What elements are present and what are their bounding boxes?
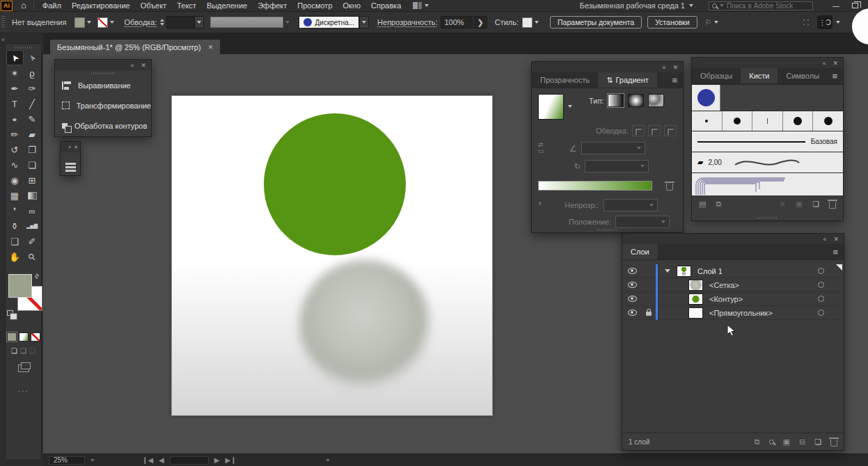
new-brush-icon[interactable]: ❏ [812, 200, 819, 209]
panel-grid-icon[interactable] [802, 18, 810, 26]
tool-blend[interactable]: ∞ [24, 203, 41, 218]
close-panel-icon[interactable]: ✕ [672, 64, 678, 71]
brush-item-dot-large[interactable] [783, 111, 814, 131]
green-circle-shape[interactable] [264, 113, 406, 255]
toolbar-drag-handle[interactable] [15, 47, 33, 49]
select-similar-icon[interactable]: ⚐ [705, 18, 712, 27]
color-button[interactable] [7, 332, 17, 342]
tool-column-graph[interactable]: ▂▅▇ [24, 218, 41, 234]
visibility-eye-icon[interactable] [628, 268, 637, 274]
transform-panel-tab[interactable]: Трансформирование [55, 95, 151, 115]
tool-symbol-sprayer[interactable]: ⚱ [6, 218, 24, 234]
aspect-ratio-dropdown[interactable] [585, 160, 649, 172]
stroke-weight-dropdown[interactable] [194, 16, 204, 29]
tool-ellipse[interactable]: ● [6, 111, 24, 127]
brush-definition-dropdown[interactable]: Дискретна... [299, 16, 360, 29]
draw-inside-icon[interactable]: ❏ [29, 347, 35, 355]
tool-width[interactable]: ∿ [6, 157, 24, 172]
layer-row-rectangle[interactable]: <Прямоугольник> [622, 306, 844, 320]
close-panel-icon[interactable]: ✕ [141, 62, 146, 69]
tool-line-segment[interactable]: ╱ [24, 96, 41, 111]
tool-paintbrush[interactable]: ✎ [24, 111, 41, 127]
radial-gradient-button[interactable] [628, 94, 644, 107]
tool-curvature[interactable]: ✑ [24, 81, 41, 96]
tab-symbols[interactable]: Символы [778, 68, 828, 83]
layer-name[interactable]: <Контур> [709, 295, 743, 303]
tab-swatches[interactable]: Образцы [692, 68, 741, 83]
tool-artboard[interactable]: ❑ [6, 234, 24, 249]
preferences-button[interactable]: Установки [647, 16, 697, 29]
pathfinder-panel-tab[interactable]: Обработка контуров [55, 115, 151, 136]
chevron-down-icon[interactable] [535, 21, 539, 24]
workspace-switcher[interactable]: Безымянная рабочая среда 1 [580, 1, 693, 10]
tool-perspective-grid[interactable]: ⊞ [24, 172, 41, 188]
layer-thumbnail[interactable] [688, 307, 703, 319]
stop-position-dropdown[interactable] [615, 216, 670, 228]
brush-item-pattern[interactable] [692, 173, 843, 195]
layer-row-contour[interactable]: <Контур> [622, 292, 844, 306]
previous-artboard-icon[interactable]: ◀ [159, 456, 164, 464]
layer-row-mesh[interactable]: <Сетка> [622, 278, 844, 292]
brush-item-dot-small[interactable] [692, 111, 723, 131]
fill-color-swatch[interactable] [74, 17, 85, 28]
tool-zoom[interactable]: ⚲ [24, 249, 41, 264]
brush-libraries-icon[interactable]: ▤ [699, 200, 706, 209]
edit-toolbar-button[interactable]: ··· [6, 387, 41, 395]
brush-item-line[interactable] [752, 111, 783, 131]
stroke-weight-field[interactable] [166, 16, 194, 29]
stroke-weight-stepper[interactable] [160, 19, 164, 26]
layer-name[interactable]: <Сетка> [709, 281, 739, 289]
panel-menu-icon[interactable]: ≡ [832, 71, 843, 81]
tool-selection[interactable]: ➤ [6, 50, 24, 65]
zoom-dropdown-icon[interactable] [90, 459, 95, 462]
tab-layers[interactable]: Слои [622, 244, 658, 259]
expand-chevron-icon[interactable] [665, 269, 670, 273]
brush-item-dot-medium[interactable] [723, 111, 753, 131]
libraries-panel-icon[interactable]: ⧉ [716, 200, 721, 209]
zoom-level-field[interactable]: 25% [49, 456, 85, 465]
layer-name[interactable]: Слой 1 [697, 267, 723, 275]
layer-thumbnail[interactable] [688, 280, 703, 291]
collapse-panel-icon[interactable]: « [822, 60, 826, 67]
gradient-preview-swatch[interactable] [538, 94, 564, 120]
lock-icon[interactable] [646, 312, 652, 316]
brush-item-calligraphic[interactable]: ▰ 2,00 [692, 152, 843, 172]
last-artboard-icon[interactable]: ▶❙ [225, 456, 236, 464]
next-artboard-icon[interactable]: ▶ [214, 456, 220, 464]
freeform-gradient-button[interactable] [648, 94, 664, 107]
artboard-navigation-field[interactable] [170, 456, 209, 465]
stroke-color-swatch[interactable] [97, 17, 108, 28]
close-panel-icon[interactable]: ✕ [833, 236, 839, 243]
default-fill-stroke-icon[interactable] [7, 310, 13, 316]
brush-item-basic[interactable]: Базовая [692, 131, 843, 152]
gradient-slider[interactable] [538, 181, 652, 191]
tool-free-transform[interactable]: ❏ [24, 157, 41, 172]
panel-resize-handle[interactable] [597, 229, 618, 231]
collapse-panel-icon[interactable]: « [823, 236, 826, 243]
dock-toggle-icon[interactable]: ⋮Ɔ [817, 15, 833, 29]
document-tab[interactable]: Безымянный-1* @ 25% (RGB/Просмотр) ✕ [50, 40, 220, 54]
linear-gradient-button[interactable] [608, 94, 624, 107]
layer-thumbnail[interactable] [677, 266, 691, 277]
tool-mesh[interactable]: ▦ [6, 188, 24, 203]
stock-search[interactable] [709, 1, 813, 10]
swap-fill-stroke-icon[interactable]: ⇄ [33, 272, 41, 280]
target-circle[interactable] [818, 268, 824, 274]
tool-magic-wand[interactable]: ✶ [6, 65, 24, 81]
brush-item-dot-large-2[interactable] [813, 111, 843, 131]
menu-type[interactable]: Текст [177, 1, 196, 10]
chevron-down-icon[interactable] [87, 21, 91, 24]
menu-select[interactable]: Выделение [207, 1, 247, 10]
tool-shaper[interactable]: ✏ [6, 127, 24, 142]
layer-row-layer1[interactable]: Слой 1 [622, 264, 844, 278]
panel-menu-icon[interactable] [65, 163, 76, 165]
restore-window-button[interactable] [852, 3, 858, 8]
gradient-button[interactable] [19, 332, 29, 342]
drag-handle[interactable] [1, 16, 5, 29]
tool-lasso[interactable]: ϱ [24, 65, 41, 81]
expand-panel-icon[interactable]: » [68, 145, 71, 150]
menu-effect[interactable]: Эффект [258, 1, 287, 10]
chevron-down-icon[interactable] [568, 105, 572, 108]
eyedropper-icon[interactable]: ❜ [537, 200, 542, 211]
gradient-mesh-sphere[interactable] [299, 260, 430, 391]
